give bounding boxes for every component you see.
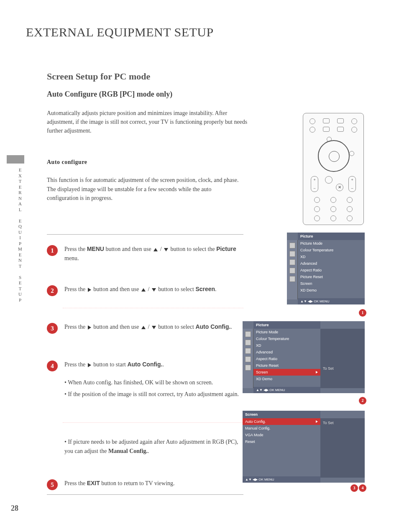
- down-arrow-icon: [164, 248, 168, 251]
- menu-footer: ▲▼ ◀▶ OK MENU: [298, 298, 365, 304]
- step-4-bullets-2: • If picture needs to be adjusted again …: [64, 437, 239, 458]
- menu-category-icon: [245, 340, 251, 345]
- text: .: [230, 324, 232, 330]
- remote-button: [330, 215, 336, 221]
- remote-button: [309, 118, 315, 124]
- auto-configure-heading: Auto configure: [47, 159, 87, 166]
- step-4-bullets: • When Auto config. has finished, OK wil…: [64, 378, 239, 401]
- page-title: EXTERNAL EQUIPMENT SETUP: [26, 25, 214, 39]
- reference-badge-4: 4: [359, 484, 366, 492]
- intro-text: Automatically adjusts picture position a…: [47, 109, 248, 135]
- menu-items: Auto Config. Manual Config. VGA Mode Res…: [243, 418, 320, 478]
- menu-title: Picture: [298, 233, 365, 240]
- remote-button: [351, 127, 357, 133]
- menu-item: Picture Reset: [253, 362, 320, 369]
- remote-button: [349, 151, 354, 156]
- divider: [47, 494, 243, 495]
- text: button to select: [157, 286, 196, 292]
- remote-button: [337, 127, 344, 132]
- text: .: [148, 448, 149, 454]
- osd-menu-screen: Screen Auto Config. Manual Config. VGA M…: [243, 411, 365, 483]
- menu-icon-column: [287, 240, 298, 299]
- menu-category-icon: [289, 259, 295, 265]
- remote-button: [314, 215, 320, 221]
- menu-item: Colour Temperature: [298, 247, 365, 253]
- menu-title: Picture: [253, 321, 320, 329]
- divider: [47, 234, 243, 235]
- menu-item: XD: [253, 342, 320, 349]
- step-5: 5 Press the EXIT button to return to TV …: [47, 478, 243, 488]
- menu-item: XD Demo: [253, 376, 320, 382]
- text: menu.: [64, 255, 79, 261]
- step-1: 1 Press the MENU button and then use / b…: [47, 244, 243, 263]
- text: button and then use: [92, 286, 141, 292]
- right-arrow-icon: [88, 363, 91, 367]
- step-4: 4 Press the button to start Auto Config.…: [47, 360, 243, 369]
- menu-item: VGA Mode: [243, 432, 320, 438]
- right-arrow-icon: [88, 288, 91, 292]
- text: Press the: [64, 361, 87, 368]
- side-tab-label: EXTERNAL EQUIPMENT SETUP: [15, 167, 23, 303]
- menu-item: XD: [298, 253, 365, 260]
- text: Press the: [64, 480, 87, 486]
- reference-badge-3: 3: [350, 484, 358, 492]
- menu-icon-column: [243, 329, 253, 388]
- menu-footer: ▲▼ ◀▶ OK MENU: [253, 387, 320, 393]
- footer-text: OK MENU: [258, 478, 274, 481]
- channel-rocker: +−: [348, 176, 356, 192]
- vol-ch-row: +− +−: [303, 176, 363, 192]
- remote-button: [314, 197, 320, 203]
- menu-item: Advanced: [253, 349, 320, 356]
- remote-button: [325, 176, 332, 184]
- manual-config-label: Manual Config.: [108, 448, 148, 454]
- remote-button: [330, 197, 336, 203]
- remote-button: [347, 197, 353, 203]
- menu-category-icon: [289, 251, 295, 257]
- reference-badge-2: 2: [359, 397, 366, 404]
- right-arrow-icon: [316, 420, 318, 423]
- step-5-text: Press the EXIT button to return to TV vi…: [64, 478, 243, 488]
- remote-button: [330, 206, 336, 212]
- menu-item: Manual Config.: [243, 425, 320, 432]
- up-arrow-icon: [153, 248, 158, 251]
- menu-item: XD Demo: [298, 287, 365, 294]
- volume-rocker: +−: [311, 176, 318, 192]
- step-number-badge: 3: [47, 323, 58, 334]
- dotted-divider: [63, 422, 243, 423]
- nav-ring-icon: [318, 140, 350, 172]
- remote-button: [347, 206, 353, 212]
- footer-text: OK MENU: [314, 299, 329, 303]
- menu-category-icon: [245, 331, 251, 337]
- dotted-divider: [63, 308, 243, 308]
- exit-button-label: EXIT: [87, 480, 100, 486]
- step-2: 2 Press the button and then use / button…: [47, 284, 243, 294]
- bullet-item: • If the position of the image is still …: [64, 390, 239, 399]
- menu-items: Picture Mode Colour Temperature XD Advan…: [298, 240, 365, 299]
- down-arrow-icon: [152, 326, 156, 329]
- bullet-item: • If picture needs to be adjusted again …: [64, 437, 239, 455]
- step-number-badge: 2: [47, 285, 58, 296]
- menu-button-label: MENU: [87, 246, 104, 252]
- text: Press the: [64, 324, 87, 330]
- menu-item: Colour Temperature: [253, 335, 320, 342]
- menu-item: Picture Mode: [298, 240, 365, 247]
- text: button to select: [157, 324, 196, 330]
- menu-side-panel: To Set: [320, 329, 365, 388]
- picture-label: Picture: [216, 246, 236, 252]
- menu-item: Reset: [243, 438, 320, 445]
- text: button to select the: [169, 246, 216, 252]
- text: button and then use: [104, 246, 153, 252]
- text: button and then use: [92, 324, 141, 330]
- down-arrow-icon: [152, 288, 156, 292]
- menu-category-icon: [289, 276, 295, 282]
- step-2-text: Press the button and then use / button t…: [64, 284, 243, 294]
- up-arrow-icon: [141, 288, 146, 292]
- remote-button: [337, 118, 344, 123]
- menu-item: Picture Reset: [298, 274, 365, 280]
- footer-text: OK MENU: [269, 388, 285, 392]
- bullet-item: • When Auto config. has finished, OK wil…: [64, 378, 239, 387]
- remote-control-diagram: +− +− ✕: [303, 113, 364, 225]
- remote-button: [347, 215, 353, 221]
- step-3: 3 Press the button and then use / button…: [47, 322, 243, 332]
- step-number-badge: 4: [47, 361, 58, 371]
